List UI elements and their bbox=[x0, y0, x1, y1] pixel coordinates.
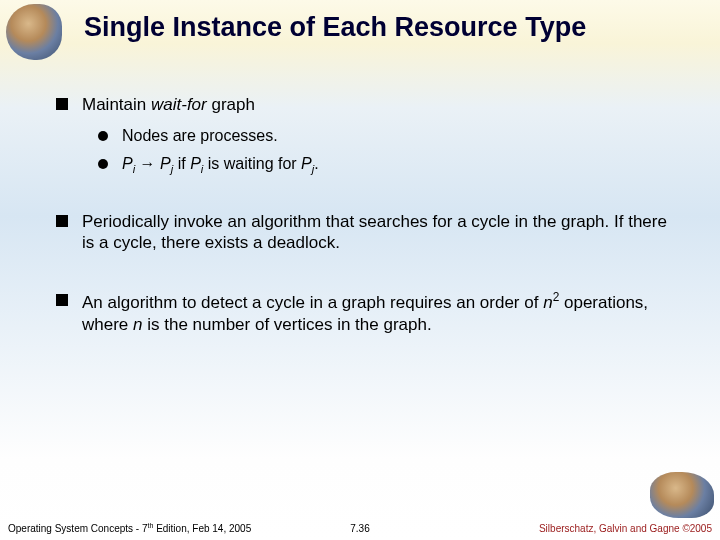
text-fragment: Operating System Concepts - 7 bbox=[8, 523, 148, 534]
square-bullet-icon bbox=[56, 98, 68, 110]
text-fragment: Maintain bbox=[82, 95, 151, 114]
footer: Operating System Concepts - 7th Edition,… bbox=[8, 522, 712, 534]
dinosaur-logo-bottom bbox=[650, 472, 714, 518]
text-fragment: is waiting for bbox=[203, 155, 301, 172]
text-fragment: if bbox=[173, 155, 190, 172]
arrow-icon: → bbox=[135, 155, 160, 172]
square-bullet-icon bbox=[56, 294, 68, 306]
slide: Single Instance of Each Resource Type Ma… bbox=[0, 0, 720, 540]
circle-bullet-icon bbox=[98, 159, 108, 169]
bullet-1b-text: Pi → Pj if Pi is waiting for Pj. bbox=[122, 154, 319, 177]
copyright-icon: © bbox=[682, 523, 689, 534]
footer-page-number: 7.36 bbox=[350, 523, 369, 534]
square-bullet-icon bbox=[56, 215, 68, 227]
var-n: n bbox=[543, 293, 552, 312]
var-n: n bbox=[133, 315, 142, 334]
dinosaur-logo-top bbox=[6, 4, 62, 60]
bullet-3-text: An algorithm to detect a cycle in a grap… bbox=[82, 290, 678, 335]
text-fragment: Silberschatz, Galvin and Gagne bbox=[539, 523, 682, 534]
bullet-2-text: Periodically invoke an algorithm that se… bbox=[82, 211, 678, 255]
var-p: P bbox=[122, 155, 133, 172]
bullet-1-text: Maintain wait-for graph bbox=[82, 94, 255, 116]
text-fragment: . bbox=[314, 155, 318, 172]
circle-bullet-icon bbox=[98, 131, 108, 141]
bullet-1a-text: Nodes are processes. bbox=[122, 126, 278, 146]
slide-body: Maintain wait-for graph Nodes are proces… bbox=[56, 94, 678, 345]
bullet-1b: Pi → Pj if Pi is waiting for Pj. bbox=[98, 154, 678, 177]
text-fragment: An algorithm to detect a cycle in a grap… bbox=[82, 293, 543, 312]
text-fragment: graph bbox=[207, 95, 255, 114]
text-fragment: Edition, Feb 14, 2005 bbox=[153, 523, 251, 534]
bullet-1: Maintain wait-for graph bbox=[56, 94, 678, 116]
bullet-1a: Nodes are processes. bbox=[98, 126, 678, 146]
var-p: P bbox=[301, 155, 312, 172]
footer-right: Silberschatz, Galvin and Gagne ©2005 bbox=[539, 523, 712, 534]
bullet-3: An algorithm to detect a cycle in a grap… bbox=[56, 290, 678, 335]
text-emphasis: wait-for bbox=[151, 95, 207, 114]
footer-left: Operating System Concepts - 7th Edition,… bbox=[8, 522, 251, 534]
var-p: P bbox=[160, 155, 171, 172]
text-fragment: is the number of vertices in the graph. bbox=[143, 315, 432, 334]
bullet-2: Periodically invoke an algorithm that se… bbox=[56, 211, 678, 255]
var-p: P bbox=[190, 155, 201, 172]
slide-title: Single Instance of Each Resource Type bbox=[84, 12, 700, 43]
text-fragment: 2005 bbox=[690, 523, 712, 534]
